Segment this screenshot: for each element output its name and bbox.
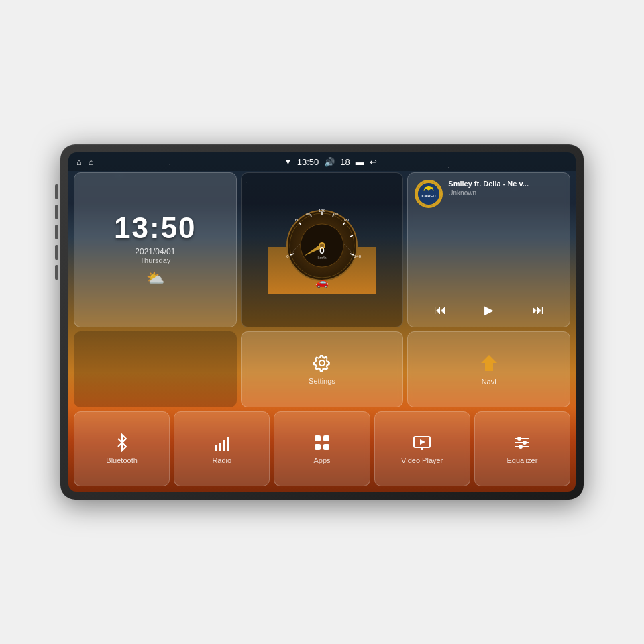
status-time: 13:50 — [297, 157, 319, 167]
svg-rect-38 — [323, 435, 329, 441]
video-button[interactable]: Video Player — [374, 411, 470, 487]
svg-text:160: 160 — [333, 212, 339, 216]
bluetooth-label: Bluetooth — [106, 456, 137, 464]
svg-rect-40 — [323, 444, 329, 450]
top-row: 13:50 2021/04/01 Thursday ⛅ — [74, 172, 570, 327]
music-controls: ⏮ ▶ ⏭ — [415, 300, 563, 320]
back-side-button[interactable] — [55, 225, 58, 239]
speedometer-widget: 0 60 120 180 240 80 160 — [241, 172, 404, 327]
svg-text:🚗: 🚗 — [315, 276, 329, 288]
battery-icon: ▬ — [356, 157, 364, 167]
equalizer-label: Equalizer — [506, 456, 537, 464]
bottom-section: Settings Navi — [74, 331, 570, 486]
svg-text:60: 60 — [295, 218, 300, 222]
status-left-icons: ⌂ ⌂ — [76, 157, 94, 167]
play-button[interactable]: ▶ — [482, 300, 496, 320]
svg-point-46 — [517, 437, 521, 441]
apps-icon — [313, 433, 331, 452]
radio-label: Radio — [212, 456, 231, 464]
status-center: ▼ 13:50 🔊 18 ▬ ↩ — [284, 157, 377, 167]
vol-down-button[interactable] — [55, 265, 58, 280]
settings-row: Settings Navi — [74, 331, 570, 407]
vol-up-button[interactable] — [55, 245, 58, 260]
svg-text:240: 240 — [354, 254, 362, 258]
screen: ⌂ ⌂ ▼ 13:50 🔊 18 ▬ ↩ 13:50 2021/04/01 — [68, 152, 576, 492]
clock-widget[interactable]: 13:50 2021/04/01 Thursday ⛅ — [74, 172, 237, 327]
navi-button[interactable]: Navi — [407, 331, 570, 407]
svg-text:km/h: km/h — [317, 256, 326, 260]
side-buttons — [55, 184, 58, 280]
video-label: Video Player — [401, 456, 443, 464]
equalizer-button[interactable]: Equalizer — [474, 411, 570, 487]
speedometer-svg: 0 60 120 180 240 80 160 — [268, 207, 376, 294]
music-widget[interactable]: CARFU Smiley ft. Delia - Ne v... Unknown… — [407, 172, 570, 327]
navi-icon — [478, 352, 500, 374]
svg-text:CARFU: CARFU — [422, 194, 436, 198]
prev-button[interactable]: ⏮ — [431, 301, 449, 320]
volume-level: 18 — [340, 157, 350, 167]
svg-text:180: 180 — [343, 218, 351, 222]
music-logo: CARFU — [415, 180, 443, 208]
svg-point-48 — [523, 441, 527, 445]
svg-marker-32 — [481, 355, 497, 371]
apps-label: Apps — [313, 456, 330, 464]
home-icon[interactable]: ⌂ — [76, 157, 82, 167]
svg-rect-35 — [223, 440, 225, 451]
back-icon[interactable]: ↩ — [370, 157, 377, 167]
clock-time: 13:50 — [114, 213, 197, 243]
main-grid: 13:50 2021/04/01 Thursday ⛅ — [74, 172, 570, 486]
radio-button[interactable]: Radio — [174, 411, 270, 487]
music-info-row: CARFU Smiley ft. Delia - Ne v... Unknown — [415, 180, 563, 208]
volume-icon: 🔊 — [324, 157, 335, 167]
settings-label: Settings — [309, 377, 335, 385]
music-info: Smiley ft. Delia - Ne v... Unknown — [448, 180, 563, 197]
weather-icon: ⛅ — [146, 270, 164, 287]
svg-rect-33 — [215, 445, 217, 451]
svg-rect-36 — [227, 437, 229, 451]
svg-point-50 — [519, 445, 523, 449]
car-head-unit: ⌂ ⌂ ▼ 13:50 🔊 18 ▬ ↩ 13:50 2021/04/01 — [60, 144, 584, 500]
apps-row: Bluetooth Radio — [74, 411, 570, 487]
clock-day: Thursday — [140, 256, 170, 264]
navi-label: Navi — [482, 378, 496, 386]
svg-rect-37 — [315, 435, 321, 441]
svg-marker-44 — [420, 439, 425, 445]
clock-date: 2021/04/01 — [135, 247, 175, 256]
bluetooth-button[interactable]: Bluetooth — [74, 411, 170, 487]
gear-icon — [312, 353, 332, 373]
svg-text:0: 0 — [319, 245, 325, 256]
speedo-container: 0 60 120 180 240 80 160 — [241, 173, 403, 327]
music-title: Smiley ft. Delia - Ne v... — [448, 180, 563, 188]
video-icon — [413, 433, 431, 452]
music-artist: Unknown — [448, 189, 563, 197]
road-area — [74, 331, 237, 407]
svg-rect-39 — [315, 444, 321, 450]
apps-button[interactable]: Apps — [274, 411, 370, 487]
next-button[interactable]: ⏭ — [529, 301, 547, 320]
settings-button[interactable]: Settings — [241, 331, 404, 407]
svg-rect-34 — [219, 443, 221, 451]
power-button[interactable] — [55, 184, 58, 199]
svg-line-8 — [311, 214, 311, 217]
wifi-icon: ▼ — [284, 158, 292, 166]
home-side-button[interactable] — [55, 205, 58, 219]
status-bar: ⌂ ⌂ ▼ 13:50 🔊 18 ▬ ↩ — [68, 152, 576, 171]
svg-text:80: 80 — [306, 212, 310, 216]
svg-text:120: 120 — [319, 209, 326, 213]
location-icon[interactable]: ⌂ — [89, 157, 94, 167]
equalizer-icon — [513, 433, 531, 452]
bluetooth-icon — [113, 433, 131, 452]
radio-icon — [213, 433, 231, 452]
